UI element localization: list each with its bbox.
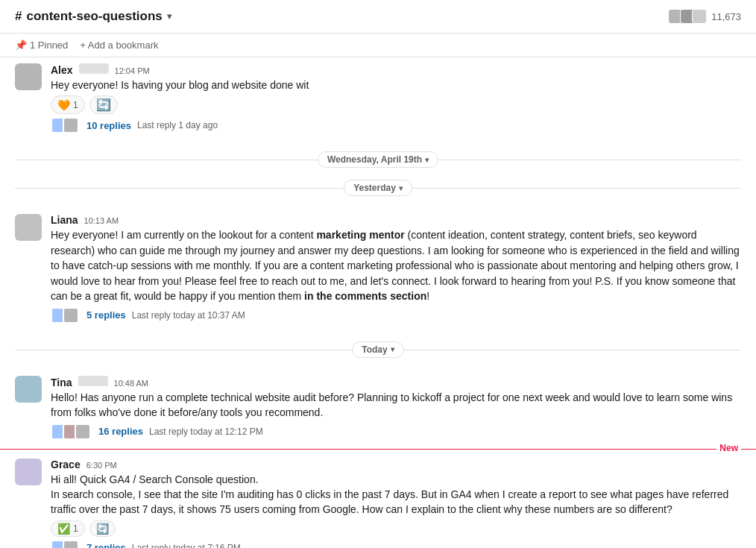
heart-count: 1 [73,100,78,110]
add-reaction-grace-icon: 🔄 [96,523,109,535]
date-pill-wednesday[interactable]: Wednesday, April 19th ▾ [318,151,438,168]
author-name-grace[interactable]: Grace [51,459,81,470]
message-meta-liana: Liana 10:13 AM [51,214,741,226]
add-bookmark[interactable]: + Add a bookmark [80,40,158,51]
timestamp-liana: 10:13 AM [84,216,119,225]
wednesday-label: Wednesday, April 19th [327,154,422,165]
thread-replies-grace: 7 replies Last reply today at 7:16 PM [51,540,741,548]
pinned-item[interactable]: 📌 1 Pinned [15,40,68,51]
wednesday-arrow: ▾ [425,156,429,164]
date-divider-yesterday: Yesterday ▾ [0,180,756,196]
reactions-grace: ✅ 1 🔄 [51,520,741,537]
message-text-liana: Hey everyone! I am currently on the look… [51,227,741,303]
channel-name[interactable]: content-seo-questions [26,9,162,24]
bookmark-label[interactable]: + Add a bookmark [80,40,158,51]
message-content-tina: Tina 10:48 AM Hello! Has anyone run a co… [51,376,741,440]
message-content-alex: Alex 12:04 PM Hey everyone! Is having yo… [51,63,741,133]
message-meta-tina: Tina 10:48 AM [51,376,741,388]
avatar-tina [15,376,42,403]
reply-avatars-tina [51,423,86,440]
message-group-liana: Liana 10:13 AM Hey everyone! I am curren… [0,208,756,329]
message-group-grace: Grace 6:30 PM Hi all! Quick GA4 / Search… [0,453,756,549]
message-text-tina: Hello! Has anyone run a complete technic… [51,390,741,421]
thread-replies-tina: 16 replies Last reply today at 12:12 PM [51,423,741,440]
add-reaction-alex[interactable]: 🔄 [89,95,118,114]
reply-avatar-liana-2 [63,307,79,324]
timestamp-tina: 10:48 AM [114,379,148,388]
avatar-alex [15,63,42,90]
author-name-liana[interactable]: Liana [51,214,78,226]
reply-time-grace: Last reply today at 7:16 PM [132,543,241,548]
message-group-alex: Alex 12:04 PM Hey everyone! Is having yo… [0,57,756,139]
date-pill-yesterday[interactable]: Yesterday ▾ [344,180,412,196]
message-content-liana: Liana 10:13 AM Hey everyone! I am curren… [51,214,741,323]
reply-avatars-liana [51,307,75,324]
pinned-bar: 📌 1 Pinned + Add a bookmark [0,34,756,57]
grace-line2: In search console, I see that the site I… [51,488,728,515]
reaction-heart-alex[interactable]: 🧡 1 [51,95,85,114]
author-badge-alex [79,63,109,74]
reply-avatar-2 [63,117,79,133]
message-text-alex: Hey everyone! Is having your blog and we… [51,78,741,92]
date-divider-wednesday: Wednesday, April 19th ▾ [0,151,756,168]
new-divider: New [0,449,756,450]
thread-replies-liana: 5 replies Last reply today at 10:37 AM [51,307,741,324]
reply-time-liana: Last reply today at 10:37 AM [132,310,245,321]
reaction-check-grace[interactable]: ✅ 1 [51,520,85,537]
author-name-tina[interactable]: Tina [51,377,72,388]
messages-area: Alex 12:04 PM Hey everyone! Is having yo… [0,57,756,548]
today-arrow: ▾ [391,345,394,353]
yesterday-arrow: ▾ [399,184,403,192]
check-count: 1 [73,523,78,534]
timestamp-alex: 12:04 PM [115,66,150,75]
message-text-grace: Hi all! Quick GA4 / Search Console quest… [51,472,741,517]
date-divider-today: Today ▾ [0,341,756,358]
check-emoji: ✅ [57,523,70,535]
channel-dropdown-arrow[interactable]: ▾ [167,11,171,22]
reply-count-grace[interactable]: 7 replies [86,542,126,548]
message-meta-alex: Alex 12:04 PM [51,63,741,76]
member-count-number[interactable]: 11,673 [711,11,741,22]
pinned-label[interactable]: 1 Pinned [30,40,68,51]
timestamp-grace: 6:30 PM [86,461,117,470]
thread-replies-alex: 10 replies Last reply 1 day ago [51,117,741,133]
add-reaction-icon: 🔄 [96,98,111,112]
date-pill-today[interactable]: Today ▾ [352,341,403,358]
pin-icon: 📌 [15,40,27,51]
reply-avatar-grace-2 [63,540,79,548]
reply-count-alex[interactable]: 10 replies [86,120,131,131]
bold-marketing-mentor: marketing mentor [316,229,404,241]
member-count: 11,673 [668,9,741,24]
bold-comments-section: in the comments section [304,290,426,302]
reply-avatars-alex [51,117,75,133]
yesterday-label: Yesterday [353,183,396,193]
add-reaction-grace[interactable]: 🔄 [89,520,116,537]
reply-avatars-grace [51,540,75,548]
channel-title[interactable]: # content-seo-questions ▾ [15,9,171,24]
message-content-grace: Grace 6:30 PM Hi all! Quick GA4 / Search… [51,459,741,549]
heart-emoji: 🧡 [57,99,70,111]
member-avatars [668,9,707,24]
reactions-alex: 🧡 1 🔄 [51,95,741,114]
reply-time-tina: Last reply today at 12:12 PM [149,426,263,437]
hash-icon: # [15,9,22,24]
message-meta-grace: Grace 6:30 PM [51,459,741,470]
new-label: New [716,443,741,453]
message-group-tina: Tina 10:48 AM Hello! Has anyone run a co… [0,370,756,446]
grace-line1: Hi all! Quick GA4 / Search Console quest… [51,473,259,485]
reply-avatar-tina-3 [75,423,91,440]
reply-count-liana[interactable]: 5 replies [86,309,126,321]
message-body-tina: Hello! Has anyone run a complete technic… [51,391,732,418]
reply-count-tina[interactable]: 16 replies [98,426,143,437]
avatar-liana [15,214,42,241]
author-badge-tina [78,376,108,386]
message-body-alex: Hey everyone! Is having your blog and we… [51,79,309,91]
reply-time-alex: Last reply 1 day ago [137,120,218,130]
author-name-alex[interactable]: Alex [51,64,73,76]
today-label: Today [362,344,387,355]
member-avatar-3 [692,9,707,24]
channel-header: # content-seo-questions ▾ 11,673 [0,0,756,34]
avatar-grace [15,459,42,485]
